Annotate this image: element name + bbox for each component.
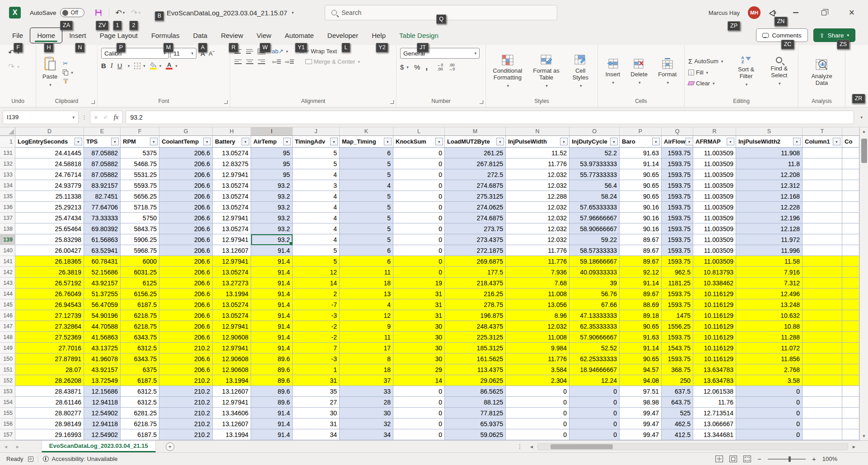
cell[interactable]	[803, 397, 842, 408]
cell[interactable]: 11.908	[736, 148, 803, 158]
percent-style-button[interactable]: %	[414, 63, 420, 71]
cell[interactable]: 29	[393, 364, 445, 375]
cell[interactable]: 4	[340, 299, 393, 310]
cell[interactable]: 13.344681	[693, 429, 736, 440]
cell[interactable]: 13.05274	[213, 310, 251, 321]
cell[interactable]: 13	[340, 288, 393, 299]
enter-formula-button[interactable]: ✓	[103, 114, 108, 121]
cell[interactable]	[803, 278, 842, 288]
cell[interactable]: 27.32864	[15, 321, 84, 332]
cell[interactable]: 91.4	[251, 278, 293, 288]
row-number[interactable]: 136	[0, 202, 15, 213]
cell[interactable]: 91.4	[251, 321, 293, 332]
cell[interactable]: 47.13333333	[569, 310, 620, 321]
fill-button[interactable]: ↓Fill▾	[688, 69, 728, 76]
cell[interactable]: 5593.75	[121, 180, 159, 191]
cell[interactable]: 52.2	[569, 148, 620, 158]
table-header-knocksum[interactable]: KnockSum▾	[393, 136, 445, 148]
cell[interactable]	[803, 321, 842, 332]
cell[interactable]: 274.6875	[445, 180, 506, 191]
cell[interactable]: 7.68	[506, 278, 569, 288]
cell[interactable]: 90.16	[620, 223, 662, 234]
cell[interactable]: 13.634783	[693, 364, 736, 375]
cell[interactable]: 13.1994	[213, 429, 251, 440]
cell[interactable]: 6281.25	[121, 408, 159, 418]
cell[interactable]: 0	[506, 408, 569, 418]
cell[interactable]: 216.25	[445, 288, 506, 299]
middle-align-button[interactable]	[246, 48, 254, 55]
cell[interactable]: 0	[393, 397, 445, 408]
row-number[interactable]: 132	[0, 158, 15, 169]
cell[interactable]: 5656.25	[121, 191, 159, 202]
cell[interactable]: 5968.75	[121, 245, 159, 256]
cell[interactable]: 11.003509	[693, 245, 736, 256]
cell[interactable]: 59.22	[569, 234, 620, 245]
close-button[interactable]: ×	[842, 4, 862, 22]
cell[interactable]: 12.032	[506, 223, 569, 234]
cell[interactable]: 10.116129	[693, 343, 736, 353]
row-number[interactable]: 139	[0, 234, 15, 245]
align-center-button[interactable]	[246, 59, 254, 65]
cell[interactable]: 6	[340, 256, 393, 267]
cell[interactable]: 89.6	[251, 364, 293, 375]
cell[interactable]: 12.496	[736, 288, 803, 299]
document-title[interactable]: EvoScanDataLog_2023.03.04_21.15.07 ▾	[167, 9, 294, 17]
cell[interactable]: 10.338462	[693, 278, 736, 288]
cell[interactable]: 28.07	[15, 364, 84, 375]
cell[interactable]	[842, 299, 859, 310]
column-letter-I[interactable]: I	[251, 127, 293, 136]
cell[interactable]: 60.78431	[84, 256, 121, 267]
cell[interactable]	[803, 245, 842, 256]
redo-ribbon-button[interactable]: ↷▾	[8, 62, 19, 71]
column-letter-M[interactable]: M	[445, 127, 506, 136]
cell[interactable]: 206.6	[159, 234, 213, 245]
sheet-tab[interactable]: EvoScanDataLog_2023.03.04_21.15	[42, 441, 156, 452]
cell[interactable]: 0	[569, 408, 620, 418]
cell[interactable]: 58.24	[569, 191, 620, 202]
cell[interactable]: 89.6	[251, 397, 293, 408]
cell[interactable]: 62.35333333	[569, 321, 620, 332]
cell[interactable]	[803, 169, 842, 180]
table-header-afrmap[interactable]: AFRMAP▾	[693, 136, 736, 148]
cell[interactable]: 56.4	[569, 180, 620, 191]
cell[interactable]: 0	[393, 267, 445, 278]
format-painter-button[interactable]	[63, 78, 73, 84]
cell[interactable]: 10.116129	[693, 321, 736, 332]
row-number[interactable]: 133	[0, 169, 15, 180]
cell[interactable]: 7.916	[736, 267, 803, 278]
cell[interactable]: 0	[569, 397, 620, 408]
cell[interactable]: 13.12607	[213, 386, 251, 397]
cell[interactable]: 13.34606	[213, 408, 251, 418]
normal-view-button[interactable]	[715, 456, 723, 462]
cell[interactable]: 27.7016	[15, 343, 84, 353]
cell[interactable]: 272.5	[445, 169, 506, 180]
horizontal-scrollbar-track[interactable]	[537, 443, 848, 450]
cell[interactable]	[842, 429, 859, 440]
cell[interactable]: 0	[569, 418, 620, 429]
row-number[interactable]: 155	[0, 408, 15, 418]
cell[interactable]: 89.6	[251, 353, 293, 364]
cell[interactable]: 6218.75	[121, 310, 159, 321]
cell[interactable]: 1593.75	[662, 191, 693, 202]
cell[interactable]: 0	[506, 397, 569, 408]
select-all-corner[interactable]	[0, 127, 15, 136]
table-header-tps[interactable]: TPS▾	[84, 136, 121, 148]
cell[interactable]: 91.4	[251, 299, 293, 310]
cell[interactable]: 95	[251, 148, 293, 158]
cell[interactable]: 11.776	[506, 256, 569, 267]
cell[interactable]: 206.6	[159, 310, 213, 321]
column-letter-partial[interactable]	[842, 127, 859, 136]
cell[interactable]: 52.15686	[84, 267, 121, 278]
cell[interactable]	[803, 213, 842, 223]
filter-dropdown-icon[interactable]: ▾	[686, 138, 693, 145]
analyze-data-button[interactable]: Analyze Data	[806, 56, 838, 88]
cell[interactable]: 11.776	[506, 245, 569, 256]
cell[interactable]: 9	[340, 321, 393, 332]
cell[interactable]: 57.90666667	[569, 332, 620, 343]
row-number[interactable]: 151	[0, 364, 15, 375]
cell[interactable]: 462.5	[662, 418, 693, 429]
cell[interactable]: 1593.75	[662, 180, 693, 191]
cell[interactable]: 196.875	[445, 310, 506, 321]
cell[interactable]: 99.47	[620, 408, 662, 418]
cell[interactable]: 1475	[662, 310, 693, 321]
